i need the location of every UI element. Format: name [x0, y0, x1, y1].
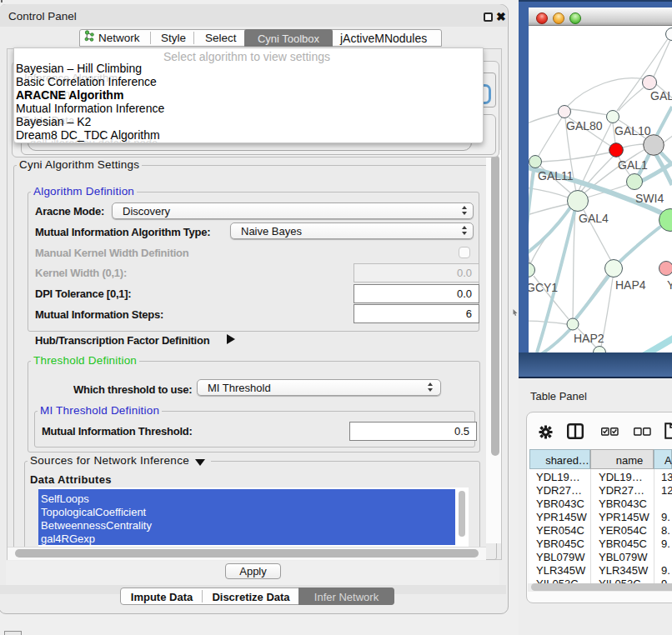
svg-text:GAL: GAL [650, 89, 672, 102]
svg-text:Y: Y [667, 278, 672, 292]
svg-text:GAL1: GAL1 [618, 158, 648, 172]
svg-text:SWI4: SWI4 [635, 192, 664, 205]
svg-text:GAL80: GAL80 [566, 119, 603, 132]
svg-text:GCY1: GCY1 [529, 281, 558, 294]
svg-text:GAL4: GAL4 [579, 212, 609, 225]
svg-text:GAL11: GAL11 [538, 169, 574, 182]
svg-text:HAP2: HAP2 [574, 332, 604, 345]
svg-text:HAP4: HAP4 [615, 278, 646, 292]
svg-text:GAL10: GAL10 [614, 124, 651, 138]
